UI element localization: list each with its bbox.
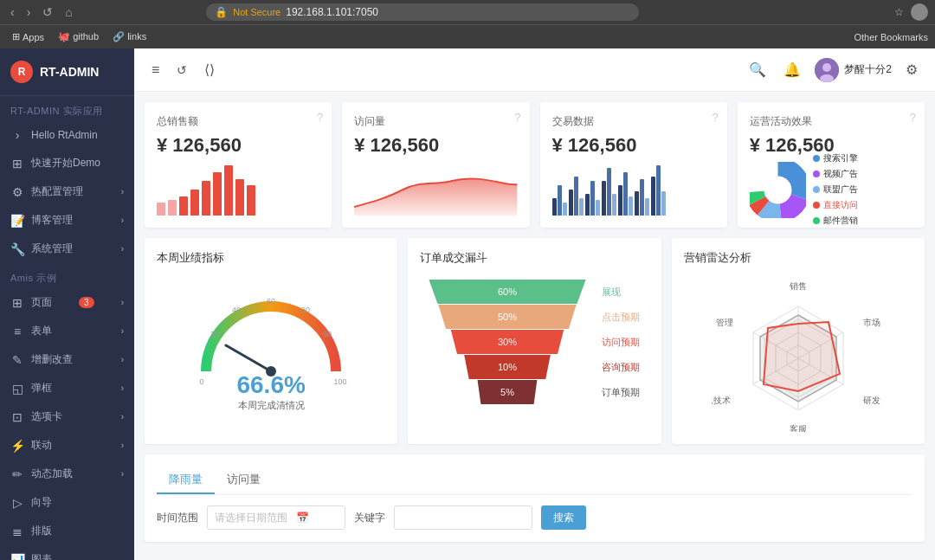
sidebar-item-dynamic[interactable]: ✏ 动态加载 › [0,460,134,488]
user-icon[interactable] [911,3,928,21]
sidebar-item-blog[interactable]: 📝 博客管理 › [0,206,134,235]
address-bar[interactable]: 🔒 Not Secure 192.168.1.101:7050 [206,3,639,21]
bottom-filters: 时间范围 请选择日期范围 📅 关键字 搜索 [157,505,912,530]
browser-bar: ‹ › ↺ ⌂ 🔒 Not Secure 192.168.1.101:7050 … [0,0,935,24]
sidebar-item-demo[interactable]: ⊞ 快速开始Demo [0,149,134,177]
sidebar-item-chart[interactable]: 📊 图表 [0,545,134,560]
gear-icon[interactable]: ⚙ [902,58,921,81]
chevron-right-icon: › [121,216,124,225]
code-icon[interactable]: ⟨⟩ [201,58,218,81]
sidebar-label: 系统管理 [31,241,73,256]
forward-button[interactable]: › [23,3,35,21]
sidebar-label: 排版 [31,524,52,538]
svg-text:20: 20 [210,330,219,338]
layout-icon: ≣ [10,525,24,538]
chart-icon: 📊 [10,553,24,561]
time-range-label: 时间范围 [157,511,198,525]
chevron-right-icon: › [121,298,124,307]
avatar [815,58,839,82]
grid-icon: ⊞ [10,157,24,171]
sidebar-item-link[interactable]: ⚡ 联动 › [0,431,134,460]
sidebar-section-1: RT-ADMIN 实际应用 [0,96,134,121]
help-icon[interactable]: ? [713,111,719,124]
badge-pages: 3 [79,297,94,308]
help-icon[interactable]: ? [317,111,323,124]
svg-text:0: 0 [200,377,204,386]
stat-card-sales: 总销售额 ¥ 126,560 ? [145,102,332,228]
sales-chart [157,164,319,216]
middle-row: 本周业绩指标 [145,238,925,444]
app-container: R RT-ADMIN RT-ADMIN 实际应用 › Hello RtAdmin… [0,48,935,560]
svg-point-8 [764,176,791,203]
sidebar-item-wizard[interactable]: ▷ 向导 [0,488,134,517]
stat-card-transactions: 交易数据 ¥ 126,560 ? [540,102,727,228]
svg-text:90: 90 [323,330,332,338]
logo-text: RT-ADMIN [40,65,99,79]
calendar-icon: 📅 [296,512,309,524]
dynamic-icon: ✏ [10,467,24,481]
menu-icon[interactable]: ≡ [148,59,163,81]
sidebar-label: 选项卡 [31,409,62,424]
sidebar-label: 热配置管理 [31,184,83,199]
stat-card-visits: 访问量 ¥ 126,560 ? [342,102,529,228]
svg-text:60: 60 [267,297,275,306]
sidebar-section-2: Amis 示例 [0,263,134,288]
refresh-app-icon[interactable]: ↺ [173,60,190,80]
back-button[interactable]: ‹ [7,3,18,21]
funnel-row-3: 30% 访问预期 [420,330,648,354]
sidebar-label: 向导 [31,495,52,510]
tool-icon: 🔧 [10,242,24,256]
funnel-row-4: 10% 咨询预期 [420,355,648,379]
keyword-input[interactable] [394,505,532,530]
sidebar-item-layout[interactable]: ≣ 排版 [0,517,134,545]
sidebar-item-system[interactable]: 🔧 系统管理 › [0,235,134,263]
form-icon: ≡ [10,325,24,338]
sidebar-item-form[interactable]: ≡ 表单 › [0,317,134,345]
pie-legend: 搜索引擎 视频广告 联盟广告 直接访问 邮件营销 [813,152,858,227]
gauge-label: 本周完成清情况 [236,399,305,412]
help-icon[interactable]: ? [514,111,520,124]
gauge-card-title: 本周业绩指标 [157,250,385,266]
search-button[interactable]: 搜索 [541,505,586,530]
sidebar-label: Hello RtAdmin [31,129,98,141]
other-bookmarks[interactable]: Other Bookmarks [854,30,928,43]
tab-rainfall[interactable]: 降雨量 [157,467,215,494]
sidebar-item-dialog[interactable]: ◱ 弹框 › [0,374,134,402]
stats-row: 总销售额 ¥ 126,560 ? [145,102,925,228]
visits-chart [354,164,517,216]
settings-icon: ⚙ [10,185,24,199]
sidebar-item-config[interactable]: ⚙ 热配置管理 › [0,177,134,206]
svg-text:信息技术: 信息技术 [712,396,731,405]
bookmark-links[interactable]: 🔗 links [107,29,152,44]
funnel-bar-2: 50% [430,305,584,329]
funnel-row-2: 50% 点击预期 [420,305,648,329]
sidebar-label: 博客管理 [31,213,73,228]
stat-value: ¥ 126,560 [157,134,319,157]
sidebar-label: 图表 [31,552,52,560]
sidebar-item-crud[interactable]: ✎ 增删改查 › [0,345,134,374]
search-icon[interactable]: 🔍 [745,58,770,81]
refresh-button[interactable]: ↺ [39,3,56,21]
bottom-section: 降雨量 访问量 时间范围 请选择日期范围 📅 关键字 搜索 [145,454,925,542]
chevron-right-icon: › [121,441,124,450]
help-icon[interactable]: ? [910,111,916,124]
stat-title: 访问量 [354,114,517,129]
star-icon[interactable]: ☆ [894,6,904,18]
date-placeholder: 请选择日期范围 [215,511,287,525]
svg-line-9 [226,345,271,371]
sidebar-label: 快速开始Demo [31,156,100,171]
bookmark-apps[interactable]: ⊞ Apps [7,29,49,44]
bell-icon[interactable]: 🔔 [780,58,804,81]
home-button[interactable]: ⌂ [61,3,75,21]
sidebar-label: 页面 [31,295,52,310]
wizard-icon: ▷ [10,496,24,510]
user-menu[interactable]: 梦醒十分2 [815,58,892,82]
sidebar-item-pages[interactable]: ⊞ 页面 3 › [0,288,134,317]
bookmark-github[interactable]: 🐙 github [53,29,104,44]
funnel-bar-3: 30% [445,330,571,354]
radar-card: 营销雷达分析 销售 市场 研发 客服 信息技术 管理 [672,238,925,444]
sidebar-item-tabs[interactable]: ⊡ 选项卡 › [0,402,134,431]
sidebar-item-hello[interactable]: › Hello RtAdmin [0,121,134,149]
time-range-input[interactable]: 请选择日期范围 📅 [207,505,345,530]
tab-visits[interactable]: 访问量 [215,467,273,494]
